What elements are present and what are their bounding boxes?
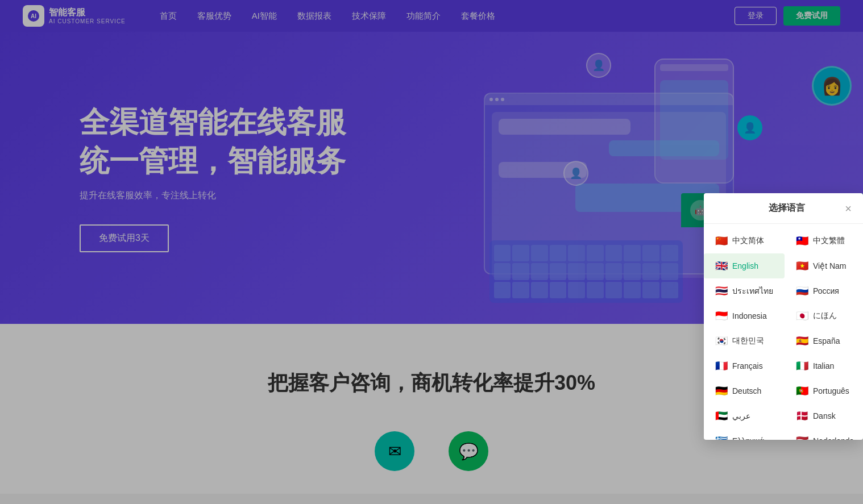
- language-modal-close[interactable]: ×: [845, 203, 852, 214]
- flag-id: 🇮🇩: [715, 310, 728, 322]
- lang-label-it: Italian: [813, 361, 834, 370]
- lang-item-vi[interactable]: 🇻🇳Việt Nam: [785, 253, 863, 278]
- language-modal-header: 选择语言 ×: [704, 193, 863, 224]
- lang-label-zh-tw: 中文繁體: [813, 236, 845, 246]
- language-modal-overlay[interactable]: 选择语言 × 🇨🇳中文简体🇹🇼中文繁體🇬🇧English🇻🇳Việt Nam🇹🇭…: [0, 0, 863, 494]
- lang-label-es: España: [813, 336, 840, 345]
- lang-label-en: English: [732, 261, 758, 270]
- lang-label-fr: Français: [732, 361, 763, 370]
- language-modal-title: 选择语言: [729, 202, 845, 214]
- lang-label-id: Indonesia: [732, 311, 767, 320]
- lang-label-pt: Português: [813, 386, 849, 395]
- lang-item-fr[interactable]: 🇫🇷Français: [704, 353, 785, 378]
- lang-label-ko: 대한민국: [732, 336, 764, 346]
- lang-label-ru: Россия: [813, 286, 839, 295]
- lang-label-da: Dansk: [813, 411, 836, 420]
- lang-label-de: Deutsch: [732, 386, 761, 395]
- language-modal: 选择语言 × 🇨🇳中文简体🇹🇼中文繁體🇬🇧English🇻🇳Việt Nam🇹🇭…: [704, 193, 863, 440]
- lang-item-ru[interactable]: 🇷🇺Россия: [785, 278, 863, 303]
- flag-ko: 🇰🇷: [715, 335, 728, 347]
- lang-item-en[interactable]: 🇬🇧English: [704, 253, 785, 278]
- lang-label-ja: にほん: [813, 311, 837, 321]
- lang-item-ar[interactable]: 🇦🇪عربي: [704, 403, 785, 428]
- lang-item-es[interactable]: 🇪🇸España: [785, 328, 863, 353]
- lang-label-vi: Việt Nam: [813, 261, 847, 270]
- lang-label-el: Ελληνικά: [732, 436, 764, 440]
- flag-nl: 🇳🇱: [796, 435, 808, 440]
- lang-item-th[interactable]: 🇹🇭ประเทศไทย: [704, 278, 785, 303]
- language-grid: 🇨🇳中文简体🇹🇼中文繁體🇬🇧English🇻🇳Việt Nam🇹🇭ประเทศไ…: [704, 224, 863, 440]
- lang-label-zh-cn: 中文简体: [732, 236, 764, 246]
- flag-da: 🇩🇰: [796, 410, 808, 422]
- flag-fr: 🇫🇷: [715, 360, 728, 372]
- lang-label-th: ประเทศไทย: [732, 285, 773, 297]
- flag-it: 🇮🇹: [796, 360, 808, 372]
- lang-item-zh-tw[interactable]: 🇹🇼中文繁體: [785, 228, 863, 253]
- lang-item-de[interactable]: 🇩🇪Deutsch: [704, 378, 785, 403]
- lang-item-id[interactable]: 🇮🇩Indonesia: [704, 303, 785, 328]
- flag-el: 🇬🇷: [715, 435, 728, 440]
- flag-ru: 🇷🇺: [796, 285, 808, 297]
- lang-item-zh-cn[interactable]: 🇨🇳中文简体: [704, 228, 785, 253]
- lang-label-ar: عربي: [732, 411, 750, 420]
- lang-item-da[interactable]: 🇩🇰Dansk: [785, 403, 863, 428]
- flag-en: 🇬🇧: [715, 260, 728, 272]
- lang-label-nl: Nederlands: [813, 436, 854, 440]
- flag-de: 🇩🇪: [715, 385, 728, 397]
- flag-pt: 🇵🇹: [796, 385, 808, 397]
- lang-item-pt[interactable]: 🇵🇹Português: [785, 378, 863, 403]
- lang-item-el[interactable]: 🇬🇷Ελληνικά: [704, 428, 785, 440]
- flag-zh-cn: 🇨🇳: [715, 235, 728, 247]
- flag-zh-tw: 🇹🇼: [796, 235, 808, 247]
- flag-vi: 🇻🇳: [796, 260, 808, 272]
- lang-item-ja[interactable]: 🇯🇵にほん: [785, 303, 863, 328]
- flag-ar: 🇦🇪: [715, 410, 728, 422]
- flag-ja: 🇯🇵: [796, 310, 808, 322]
- lang-item-nl[interactable]: 🇳🇱Nederlands: [785, 428, 863, 440]
- lang-item-it[interactable]: 🇮🇹Italian: [785, 353, 863, 378]
- lang-item-ko[interactable]: 🇰🇷대한민국: [704, 328, 785, 353]
- flag-es: 🇪🇸: [796, 335, 808, 347]
- flag-th: 🇹🇭: [715, 285, 728, 297]
